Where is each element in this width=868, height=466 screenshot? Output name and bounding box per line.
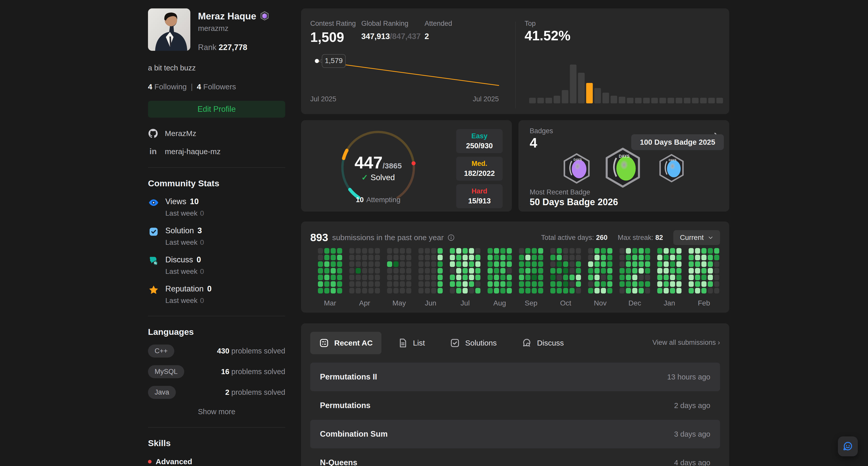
tab-recent-ac[interactable]: Recent AC — [310, 332, 381, 354]
difficulty-box-hard[interactable]: Hard15/913 — [456, 184, 503, 208]
submission-time: 3 days ago — [674, 430, 710, 438]
heatmap-cell — [626, 281, 631, 287]
heatmap-cell — [632, 261, 637, 267]
profile-header: Meraz Haque merazmz Rank 227,778 — [148, 8, 285, 52]
info-icon[interactable] — [447, 234, 455, 241]
submission-row[interactable]: Permutations2 days ago — [310, 391, 720, 420]
show-more-button[interactable]: Show more — [148, 408, 285, 416]
difficulty-box-med[interactable]: Med.182/2022 — [456, 157, 503, 181]
heatmap-cell — [331, 268, 336, 274]
heatmap-cell — [318, 275, 323, 280]
heatmap-cell — [318, 255, 323, 260]
heatmap-cell — [532, 281, 537, 287]
heatmap-cell — [356, 248, 361, 254]
heatmap-cell — [337, 268, 342, 274]
badge-hexagon-2[interactable]: DAYS — [657, 154, 686, 184]
submission-title: Combination Sum — [320, 430, 388, 439]
heatmap-cell — [601, 281, 606, 287]
heatmap-cell — [375, 248, 380, 254]
github-link[interactable]: MerazMz — [148, 129, 285, 138]
heatmap-cell — [619, 275, 625, 280]
heatmap-cell — [456, 275, 461, 280]
contest-rating-chart[interactable]: 1,579 — [310, 47, 504, 98]
chat-smiley-icon — [842, 441, 854, 452]
heatmap-cell — [663, 248, 669, 254]
language-pill: C++ — [148, 344, 174, 358]
edit-profile-button[interactable]: Edit Profile — [148, 101, 285, 118]
heatmap-cell — [557, 248, 562, 254]
heatmap-cell — [469, 255, 474, 260]
heatmap-cell — [507, 255, 512, 260]
badge-hexagon-1[interactable]: DAYS — [603, 148, 643, 189]
heatmap-cell — [450, 288, 455, 293]
feedback-chat-button[interactable] — [838, 436, 858, 456]
heatmap-cell — [714, 261, 719, 267]
heatmap-cell — [632, 268, 637, 274]
github-icon — [148, 129, 158, 138]
heatmap-cell — [519, 275, 524, 280]
submission-row[interactable]: Combination Sum3 days ago — [310, 420, 720, 448]
submission-heatmap-card: 893 submissions in the past one year Tot… — [301, 221, 729, 313]
heatmap-cell — [318, 248, 323, 254]
eye-icon — [148, 197, 159, 208]
avatar — [148, 8, 190, 51]
heatmap-cell — [619, 281, 625, 287]
tab-discuss[interactable]: Discuss — [513, 332, 572, 354]
heatmap-cell — [318, 268, 323, 274]
heatmap-cell — [519, 268, 524, 274]
profile-name: Meraz Haque — [198, 11, 256, 22]
range-dropdown[interactable]: Current — [673, 230, 720, 245]
heatmap-cell — [632, 275, 637, 280]
heatmap-cell — [438, 261, 443, 267]
heatmap-cell — [607, 261, 612, 267]
heatmap-cell — [387, 275, 392, 280]
tab-list[interactable]: List — [389, 332, 434, 354]
heatmap-cell — [500, 281, 505, 287]
submission-row[interactable]: Permutations II13 hours ago — [310, 363, 720, 391]
global-ranking-label: Global Ranking — [361, 20, 408, 28]
heatmap-cell — [324, 288, 330, 293]
badge-hexagon-0[interactable]: DAYS — [561, 153, 592, 185]
heatmap-month-nov: Nov — [588, 248, 612, 307]
heatmap-month-label: Sep — [519, 299, 543, 307]
heatmap-cell — [632, 248, 637, 254]
heatmap-cell — [324, 261, 330, 267]
heatmap-cell — [356, 281, 361, 287]
followers-link[interactable]: 4 Followers — [197, 83, 236, 91]
heatmap-cell — [525, 248, 530, 254]
heatmap-cell — [532, 268, 537, 274]
total-active-days: Total active days:260 — [541, 234, 608, 242]
heatmap-cell — [538, 275, 543, 280]
histogram-bar — [708, 98, 715, 103]
heatmap-cell — [450, 248, 455, 254]
follow-stats: 4 Following | 4 Followers — [148, 83, 285, 91]
difficulty-box-easy[interactable]: Easy250/930 — [456, 129, 503, 153]
heatmap-cell — [456, 281, 461, 287]
heatmap-cell — [550, 248, 555, 254]
heatmap-cell — [550, 275, 555, 280]
solution-icon — [148, 226, 159, 237]
heatmap-cell — [431, 248, 436, 254]
heatmap-month-label: Jan — [657, 299, 681, 307]
following-link[interactable]: 4 Following — [148, 83, 187, 91]
heatmap-cell — [645, 261, 650, 267]
solved-label: ✓Solved — [340, 173, 416, 182]
heatmap-cell — [331, 281, 336, 287]
heatmap-cell — [450, 268, 455, 274]
heatmap-cell — [670, 275, 675, 280]
skills-title: Skills — [148, 438, 285, 448]
heatmap-cell — [676, 268, 681, 274]
language-pill: Java — [148, 386, 176, 399]
histogram-bar — [684, 98, 690, 103]
solved-count: 447/3865 — [340, 153, 416, 172]
linkedin-link[interactable]: in meraj-haque-mz — [148, 147, 285, 156]
heatmap-cell — [475, 288, 480, 293]
submission-row[interactable]: N-Queens4 days ago — [310, 448, 720, 466]
heatmap-month-mar: Mar — [318, 248, 342, 307]
tab-label: Discuss — [537, 339, 564, 347]
days-badge-icon — [260, 11, 270, 22]
tab-solutions[interactable]: Solutions — [441, 332, 505, 354]
view-all-submissions-link[interactable]: View all submissions › — [652, 339, 720, 347]
heatmap-cell — [519, 288, 524, 293]
heatmap-cell — [519, 281, 524, 287]
